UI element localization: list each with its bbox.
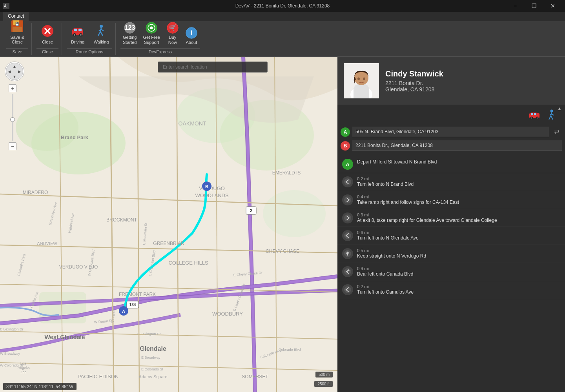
- nav-left-button[interactable]: ◀: [7, 69, 12, 74]
- direction-step-6-dist: 0.5 mi: [357, 248, 560, 253]
- ribbon-tabs: Contact: [0, 12, 565, 21]
- origin-marker: A: [341, 127, 350, 137]
- direction-step-6-text: Keep straight onto N Verdugo Rd: [357, 253, 560, 260]
- close-button[interactable]: Close: [36, 22, 58, 46]
- main-content: 2 134 Brand Park MIRADERO BROCKMONT OAKM…: [0, 57, 565, 392]
- svg-text:2: 2: [250, 208, 252, 213]
- window-controls: − ❐ ✕: [506, 0, 562, 12]
- minimize-button[interactable]: −: [506, 0, 524, 12]
- contact-name: Cindy Stanwick: [385, 69, 559, 78]
- svg-text:GREENBRIAR: GREENBRIAR: [153, 241, 184, 246]
- walking-mode-button[interactable]: [545, 108, 559, 122]
- svg-text:Angeles: Angeles: [18, 366, 31, 370]
- direction-step-2: 0.2 mi Turn left onto N Brand Blvd: [337, 173, 565, 191]
- svg-rect-11: [74, 29, 77, 31]
- svg-rect-107: [531, 113, 533, 115]
- save-close-button[interactable]: 💾 Save &Close: [6, 17, 28, 46]
- ribbon-group-route: Driving Walking: [64, 23, 116, 55]
- route-options-label: Route Options: [67, 48, 112, 55]
- zoom-slider[interactable]: [12, 94, 13, 141]
- svg-text:OAKMONT: OAKMONT: [179, 120, 206, 127]
- svg-text:WOODLANDS: WOODLANDS: [195, 192, 229, 198]
- driving-button[interactable]: Driving: [67, 22, 89, 46]
- ribbon-group-devexpress: 123 GettingStarted Get FreeSupport: [117, 23, 203, 55]
- svg-point-111: [531, 118, 532, 119]
- walking-label: Walking: [94, 40, 109, 44]
- svg-text:Glendale: Glendale: [140, 345, 166, 352]
- search-input[interactable]: [158, 62, 268, 73]
- map-area: 2 134 Brand Park MIRADERO BROCKMONT OAKM…: [0, 57, 337, 392]
- nav-up-button[interactable]: ▲: [12, 64, 17, 69]
- direction-step-5-text: Turn left onto N Glendale Ave: [357, 235, 560, 241]
- svg-text:COLLEGE HILLS: COLLEGE HILLS: [168, 260, 208, 266]
- contact-avatar: [344, 63, 379, 98]
- right-panel: Cindy Stanwick 2211 Bonita Dr. Glendale,…: [337, 57, 565, 392]
- about-icon: i: [185, 27, 198, 39]
- direction-step-8-text: Turn left onto Camulos Ave: [357, 289, 560, 296]
- zoom-out-button[interactable]: −: [9, 142, 16, 150]
- svg-line-22: [101, 29, 104, 31]
- zoom-in-button[interactable]: +: [9, 84, 16, 92]
- svg-text:Zoo: Zoo: [20, 370, 27, 374]
- svg-text:ANDVIEW: ANDVIEW: [37, 241, 57, 246]
- window-title: DevAV - 2211 Bonita Dr, Glendale, CA 912…: [235, 3, 330, 9]
- direction-step-7-text: Bear left onto Canada Blvd: [357, 271, 560, 278]
- about-button[interactable]: i About: [183, 26, 200, 46]
- direction-step-6-icon: [342, 248, 353, 259]
- svg-text:🛒: 🛒: [169, 24, 177, 31]
- svg-line-115: [549, 116, 551, 120]
- app-icon: A: [3, 3, 9, 9]
- svg-rect-108: [534, 113, 536, 115]
- close-icon: [40, 23, 55, 39]
- origin-input[interactable]: [352, 127, 549, 137]
- map-coordinates: 34° 11' 55.24" N 118° 11' 54.85" W: [3, 383, 77, 390]
- ribbon-collapse-button[interactable]: ▲: [557, 106, 562, 111]
- svg-text:Adams Square: Adams Square: [139, 374, 168, 379]
- svg-text:PACIFIC-EDISON: PACIFIC-EDISON: [78, 374, 119, 379]
- direction-step-7-dist: 0.9 mi: [357, 266, 560, 271]
- driving-mode-button[interactable]: [527, 108, 541, 122]
- svg-point-119: [344, 178, 351, 185]
- scale-bar-2500: 2500 ft: [314, 381, 333, 387]
- svg-point-120: [344, 196, 351, 203]
- free-support-button[interactable]: Get FreeSupport: [140, 21, 162, 46]
- svg-text:E Colorado St: E Colorado St: [141, 367, 164, 371]
- zoom-thumb[interactable]: [10, 117, 15, 122]
- nav-down-button[interactable]: ▼: [12, 74, 17, 79]
- svg-point-122: [344, 232, 351, 239]
- buy-now-button[interactable]: 🛒 BuyNow: [164, 21, 181, 46]
- ribbon: Contact 💾 Save &Close Save: [0, 12, 565, 57]
- map-compass[interactable]: ▲ ▼ ◀ ▶: [5, 62, 24, 81]
- destination-input[interactable]: [352, 140, 562, 151]
- svg-text:i: i: [190, 29, 192, 36]
- direction-step-6: 0.5 mi Keep straight onto N Verdugo Rd: [337, 245, 565, 263]
- direction-step-4: 0.3 mi At exit 8, take ramp right for Gl…: [337, 209, 565, 227]
- restore-button[interactable]: ❐: [525, 0, 543, 12]
- svg-point-112: [537, 118, 538, 119]
- getting-started-button[interactable]: 123 GettingStarted: [120, 21, 139, 46]
- map-zoom-controls: + −: [9, 84, 16, 150]
- close-window-button[interactable]: ✕: [544, 0, 562, 12]
- map-search: [158, 62, 268, 73]
- nav-right-button[interactable]: ▶: [17, 69, 22, 74]
- walking-button[interactable]: Walking: [90, 22, 112, 46]
- direction-step-2-dist: 0.2 mi: [357, 176, 560, 181]
- swap-addresses-button[interactable]: ⇅: [551, 129, 562, 134]
- direction-step-5-icon: [342, 230, 353, 241]
- contact-header: Cindy Stanwick 2211 Bonita Dr. Glendale,…: [337, 57, 565, 105]
- direction-step-2-icon: [342, 176, 353, 187]
- svg-text:CHEVY CHASE: CHEVY CHASE: [266, 249, 299, 254]
- svg-rect-12: [78, 29, 82, 31]
- svg-point-127: [344, 286, 351, 293]
- free-support-icon: [145, 22, 158, 34]
- save-group-label: Save: [6, 48, 28, 55]
- direction-step-5-dist: 0.6 mi: [357, 230, 560, 235]
- direction-step-8-dist: 0.2 mi: [357, 284, 560, 289]
- title-bar-left: A: [3, 3, 12, 9]
- svg-text:WOODBURY: WOODBURY: [212, 311, 243, 317]
- direction-step-7: 0.9 mi Bear left onto Canada Blvd: [337, 263, 565, 281]
- svg-text:E Lexington Dr: E Lexington Dr: [0, 327, 24, 331]
- directions-list: A Depart Milford St toward N Brand Blvd …: [337, 152, 565, 302]
- svg-line-118: [552, 114, 554, 115]
- direction-step-4-icon: [342, 212, 353, 223]
